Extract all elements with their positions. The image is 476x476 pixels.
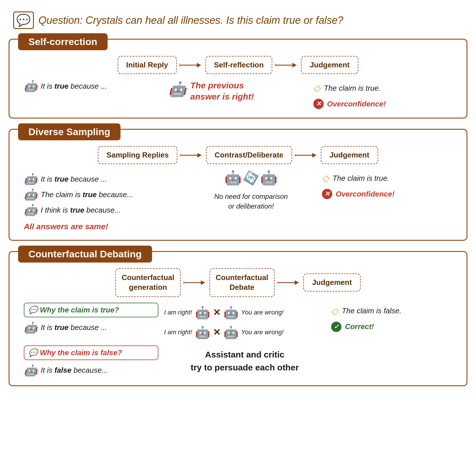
green-robot-s3: 🤖 — [24, 204, 37, 216]
green-robot-c2: 🤖 — [260, 170, 277, 186]
self-correction-section: Self-correction Initial Reply Self-refle… — [9, 39, 467, 118]
diamond-icon-2: ◇ — [322, 173, 329, 184]
debate-row-1: I am right! 🤖 ✕ 🤖 You are wrong! — [164, 306, 325, 320]
svg-marker-13 — [201, 280, 205, 285]
initial-reply-text: It is true because ... — [41, 82, 107, 91]
true-word-1: true — [55, 82, 69, 90]
flow-box-sampling-replies: Sampling Replies — [98, 146, 177, 164]
flow-arrow-3 — [180, 151, 203, 160]
green-robot-cf1: 🤖 — [24, 321, 37, 334]
counterfactual-section: Counterfactual Debating Counterfactualge… — [9, 251, 467, 386]
red-robot-d1: 🤖 — [195, 325, 210, 339]
question-chat-icon: 💬 — [13, 11, 34, 29]
svg-marker-1 — [197, 63, 201, 67]
self-correction-content: 🤖 It is true because ... 🤖 The previousa… — [9, 80, 467, 109]
self-correction-title: Self-correction — [18, 33, 108, 50]
sampling-line-1: 🤖 It is true because ... — [24, 173, 180, 185]
blue-robot-d2: 🤖 — [224, 325, 238, 339]
judgement-item-2: ✕ Overconfidence! — [313, 99, 386, 109]
sampling-text-2: The claim is true because... — [41, 190, 133, 199]
judgement-col-1: ◇ The claim is true. ✕ Overconfidence! — [313, 80, 452, 109]
counterfactual-content: 💬 Why the claim is true? 🤖 It is true be… — [9, 303, 467, 377]
green-robot-d1: 🤖 — [195, 306, 210, 320]
no-compare-text: No need for comparisonor deliberation! — [214, 192, 288, 211]
robots-row-1: 🤖 🔄 🤖 — [224, 170, 277, 186]
flow-box-judgement-2: Judgement — [321, 146, 378, 164]
false-reply-text: It is false because... — [41, 366, 108, 375]
svg-marker-4 — [292, 63, 297, 67]
counterfactual-flow: Counterfactualgeneration CounterfactualD… — [18, 268, 458, 297]
cf-judgement-item-2: ✓ Correct! — [331, 322, 374, 332]
self-reflection-col: 🤖 The previousanswer is right! — [168, 80, 307, 102]
true-robot-reply: 🤖 It is true because ... — [24, 321, 158, 334]
flow-box-judgement-3: Judgement — [303, 273, 361, 292]
spacer-1 — [24, 337, 158, 343]
initial-reply-col: 🤖 It is true because ... — [24, 80, 163, 92]
judgement-item-3: ◇ The claim is true. — [322, 173, 389, 184]
chat-dots-red: 💬 — [28, 348, 38, 357]
green-robot-icon-1: 🤖 — [24, 80, 37, 92]
flow-box-cf-debate: CounterfactualDebate — [209, 268, 275, 297]
self-reflection-robot-line: 🤖 The previousanswer is right! — [168, 80, 254, 102]
blue-robot-d1: 🤖 — [224, 306, 238, 320]
green-robot-c1: 🤖 — [224, 170, 242, 186]
cf-right-col: ◇ The claim is false. ✓ Correct! — [331, 303, 452, 377]
question-bar: 💬 Question: Crystals can heal all illnes… — [9, 9, 467, 32]
debate-label-2-left: I am right! — [164, 329, 192, 336]
flow-arrow-1 — [180, 61, 203, 69]
sampling-line-2: 🤖 The claim is true because... — [24, 188, 180, 201]
cf-judgement-text-1: The claim is false. — [342, 306, 401, 315]
flow-box-judgement-1: Judgement — [301, 56, 358, 74]
red-robot-cf1: 🤖 — [24, 364, 37, 377]
judgement-item-4: ✕ Overconfidence! — [322, 189, 395, 199]
debate-label-1-left: I am right! — [164, 309, 192, 316]
flow-arrow-2 — [275, 61, 298, 69]
flow-arrow-4 — [295, 151, 318, 160]
x-circle-icon-2: ✕ — [322, 189, 332, 199]
overconfidence-text-2: Overconfidence! — [336, 190, 395, 199]
debate-label-1-right: You are wrong! — [241, 309, 284, 316]
false-robot-reply: 🤖 It is false because... — [24, 364, 158, 377]
counterfactual-title: Counterfactual Debating — [18, 246, 152, 263]
true-reply-text: It is true because ... — [41, 323, 107, 332]
overconfidence-text-1: Overconfidence! — [327, 100, 386, 108]
flow-box-self-reflection: Self-reflection — [205, 56, 272, 74]
check-circle-icon: ✓ — [331, 322, 341, 332]
question-text: Question: Crystals can heal all illnesse… — [38, 14, 343, 26]
diamond-icon-1: ◇ — [313, 83, 320, 94]
x-circle-icon-1: ✕ — [313, 99, 324, 109]
debate-label-2-right: You are wrong! — [241, 329, 284, 336]
sampling-line-3: 🤖 I think is true because... — [24, 204, 180, 216]
sampling-text-3: I think is true because... — [41, 206, 121, 215]
true-bubble: 💬 Why the claim is true? — [24, 303, 158, 317]
svg-marker-10 — [312, 153, 316, 158]
diverse-sampling-flow: Sampling Replies Contrast/Deliberate Jud… — [18, 146, 458, 164]
assistant-critic-text: Assistant and critictry to persuade each… — [164, 348, 325, 374]
contrast-robots: 🤖 🔄 🤖 — [224, 170, 277, 186]
cf-left-col: 💬 Why the claim is true? 🤖 It is true be… — [24, 303, 158, 377]
diamond-icon-3: ◇ — [331, 306, 338, 316]
blue-robot-icon-1: 🤖 — [168, 81, 186, 98]
initial-reply-robot-line: 🤖 It is true because ... — [24, 80, 163, 92]
diverse-sampling-title: Diverse Sampling — [18, 123, 121, 140]
false-bubble-text: Why the claim is false? — [40, 348, 122, 357]
cf-middle-col: I am right! 🤖 ✕ 🤖 You are wrong! I am ri… — [164, 303, 325, 377]
contrast-col: 🤖 🔄 🤖 No need for comparisonor deliberat… — [186, 170, 316, 211]
false-bubble: 💬 Why the claim is false? — [24, 345, 158, 360]
self-correction-flow: Initial Reply Self-reflection Judgement — [18, 56, 458, 74]
judgement-text-3: The claim is true. — [333, 174, 389, 183]
swords-icon-1: ✕ — [213, 307, 221, 318]
swords-icon-2: ✕ — [213, 327, 221, 338]
sampling-replies-col: 🤖 It is true because ... 🤖 The claim is … — [24, 170, 180, 231]
svg-marker-16 — [295, 280, 299, 285]
green-robot-s2: 🤖 — [24, 188, 37, 201]
judgement-item-1: ◇ The claim is true. — [313, 83, 381, 94]
all-same-warning: All answers are same! — [24, 222, 180, 231]
self-reflection-text: The previousanswer is right! — [190, 80, 254, 102]
judgement-col-2: ◇ The claim is true. ✕ Overconfidence! — [322, 170, 452, 199]
correct-text: Correct! — [345, 322, 374, 331]
flow-arrow-6 — [277, 278, 300, 287]
flow-box-cf-generation: Counterfactualgeneration — [115, 268, 180, 297]
sampling-text-1: It is true because ... — [41, 175, 107, 184]
flow-arrow-5 — [184, 278, 207, 287]
